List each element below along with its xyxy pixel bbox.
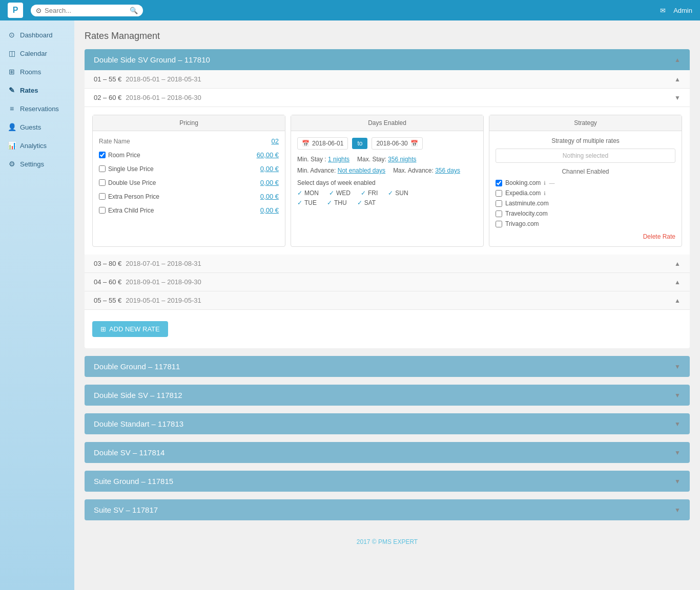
search-input[interactable] [45, 7, 127, 14]
calendar-icon: ◫ [8, 49, 16, 57]
min-stay-item: Min. Stay : 1 nights [297, 156, 349, 163]
booking-info-icon[interactable]: ℹ [544, 180, 546, 186]
room-name-6: Suite Ground – 117815 [94, 477, 173, 486]
lastminute-checkbox[interactable] [496, 200, 502, 207]
room-header-4[interactable]: Double Standart – 117813 ▼ [85, 413, 690, 434]
min-stay-value[interactable]: 1 nights [328, 156, 349, 163]
sidebar-item-rates[interactable]: ✎ Rates [0, 81, 74, 99]
expedia-checkbox[interactable] [496, 190, 502, 197]
extra-person-value[interactable]: 0,00 € [260, 193, 279, 200]
day-thu-label: THU [334, 199, 347, 206]
room-section-4: Double Standart – 117813 ▼ [85, 413, 690, 434]
room-header-3[interactable]: Double Side SV – 117812 ▼ [85, 385, 690, 406]
copyright: 2017 © PMS EXPERT [357, 538, 418, 545]
sidebar-item-settings[interactable]: ⚙ Settings [0, 155, 74, 173]
min-advance-value[interactable]: Not enabled days [338, 167, 385, 174]
room-header-7[interactable]: Suite SV – 117817 ▼ [85, 499, 690, 520]
room-chevron-5: ▼ [674, 449, 681, 456]
add-rate-button[interactable]: ⊞ ADD NEW RATE [92, 321, 168, 337]
stay-row-2: Min. Advance: Not enabled days Max. Adva… [297, 167, 477, 174]
delete-rate-link[interactable]: Delete Rate [643, 233, 675, 240]
logo: P [8, 3, 23, 18]
days-row-2: ✓ TUE ✓ THU ✓ SAT [297, 199, 477, 206]
date-from-input[interactable]: 📅 2018-06-01 [297, 137, 348, 150]
room-header-1[interactable]: Double Side SV Ground – 117810 ▲ [85, 49, 690, 70]
single-use-row: Single Use Price 0,00 € [99, 165, 279, 173]
room-price-value[interactable]: 60,00 € [257, 151, 279, 159]
single-use-label: Single Use Price [108, 165, 154, 173]
extra-child-value[interactable]: 0,00 € [260, 206, 279, 214]
rate-section-2: 02 – 60 € 2018-06-01 – 2018-06-30 ▼ Pric… [85, 89, 690, 255]
to-button[interactable]: to [352, 138, 367, 149]
rate-row-5[interactable]: 05 – 55 € 2019-05-01 – 2019-05-31 ▲ [85, 291, 690, 310]
rate-num-5: 05 – 55 € [94, 297, 121, 304]
add-rate-container: ⊞ ADD NEW RATE [85, 310, 690, 348]
settings-icon: ⚙ [8, 160, 16, 168]
double-use-row: Double Use Price 0,00 € [99, 179, 279, 186]
max-stay-value[interactable]: 356 nights [388, 156, 416, 163]
booking-checkbox[interactable] [496, 180, 502, 186]
double-use-checkbox[interactable] [99, 179, 106, 186]
travelocity-label: Travelocity.com [505, 210, 548, 217]
single-use-checkbox[interactable] [99, 165, 106, 172]
nothing-selected[interactable]: Nothing selected [496, 149, 675, 163]
sidebar-item-guests[interactable]: 👤 Guests [0, 118, 74, 136]
pricing-panel-header: Pricing [93, 115, 285, 131]
rate-expanded-2: Pricing Rate Name 02 Room Price [85, 107, 690, 255]
room-price-checkbox[interactable] [99, 152, 106, 158]
rate-row-2[interactable]: 02 – 60 € 2018-06-01 – 2018-06-30 ▼ [85, 89, 690, 107]
single-use-value[interactable]: 0,00 € [260, 165, 279, 173]
day-fri: ✓ FRI [361, 189, 378, 197]
day-sun-label: SUN [395, 189, 408, 197]
strategy-panel-header: Strategy [489, 115, 682, 131]
double-use-value[interactable]: 0,00 € [260, 179, 279, 186]
rate-dates-1: 2018-05-01 – 2018-05-31 [126, 75, 201, 83]
channel-travelocity: Travelocity.com [496, 210, 675, 217]
room-section-7: Suite SV – 117817 ▼ [85, 499, 690, 520]
room-price-checkbox-label: Room Price [99, 152, 140, 159]
rate-name-value[interactable]: 02 [272, 137, 279, 145]
fri-check-icon: ✓ [361, 189, 366, 197]
rate-row-1[interactable]: 01 – 55 € 2018-05-01 – 2018-05-31 ▲ [85, 70, 690, 89]
booking-separator: — [549, 180, 554, 186]
sidebar-label-calendar: Calendar [20, 50, 47, 57]
search-icon: ⊙ [36, 7, 42, 14]
trivago-checkbox[interactable] [496, 221, 502, 227]
mail-icon[interactable]: ✉ [660, 7, 666, 14]
search-submit-icon[interactable]: 🔍 [130, 7, 138, 14]
rate-row-4[interactable]: 04 – 60 € 2018-09-01 – 2018-09-30 ▲ [85, 273, 690, 291]
room-chevron-1: ▲ [674, 56, 681, 64]
pricing-panel: Pricing Rate Name 02 Room Price [92, 115, 285, 247]
sidebar-item-rooms[interactable]: ⊞ Rooms [0, 62, 74, 81]
rate-num-4: 04 – 60 € [94, 278, 121, 286]
sidebar-item-reservations[interactable]: ≡ Reservations [0, 99, 74, 118]
sidebar-item-analytics[interactable]: 📊 Analytics [0, 136, 74, 155]
date-to-input[interactable]: 2018-06-30 📅 [372, 137, 422, 150]
sidebar-item-calendar[interactable]: ◫ Calendar [0, 44, 74, 62]
travelocity-checkbox[interactable] [496, 210, 502, 217]
expedia-info-icon[interactable]: ℹ [544, 191, 546, 196]
reservations-icon: ≡ [8, 104, 16, 113]
day-sat-label: SAT [364, 199, 376, 206]
room-header-5[interactable]: Double SV – 117814 ▼ [85, 442, 690, 463]
sidebar-label-rates: Rates [20, 87, 38, 94]
extra-person-row: Extra Person Price 0,00 € [99, 193, 279, 200]
sidebar-item-dashboard[interactable]: ⊙ Dashboard [0, 26, 74, 44]
sidebar-label-settings: Settings [20, 160, 44, 168]
extra-person-checkbox[interactable] [99, 193, 106, 200]
mon-check-icon: ✓ [297, 189, 302, 197]
room-header-2[interactable]: Double Ground – 117811 ▼ [85, 356, 690, 377]
delete-rate-section: Delete Rate [496, 233, 675, 240]
channel-enabled-label: Channel Enabled [496, 168, 675, 175]
page-title: Rates Managment [85, 31, 690, 41]
rate-chevron-3: ▲ [674, 260, 681, 267]
sidebar-label-dashboard: Dashboard [20, 31, 53, 39]
sidebar-label-reservations: Reservations [20, 105, 59, 113]
room-header-6[interactable]: Suite Ground – 117815 ▼ [85, 471, 690, 492]
extra-child-checkbox[interactable] [99, 207, 106, 214]
rate-row-3[interactable]: 03 – 80 € 2018-07-01 – 2018-08-31 ▲ [85, 255, 690, 273]
max-advance-value[interactable]: 356 days [435, 167, 460, 174]
rate-chevron-2: ▼ [674, 94, 681, 101]
days-week-label: Select days of week enabled [297, 179, 477, 186]
double-use-label: Double Use Price [108, 179, 156, 186]
